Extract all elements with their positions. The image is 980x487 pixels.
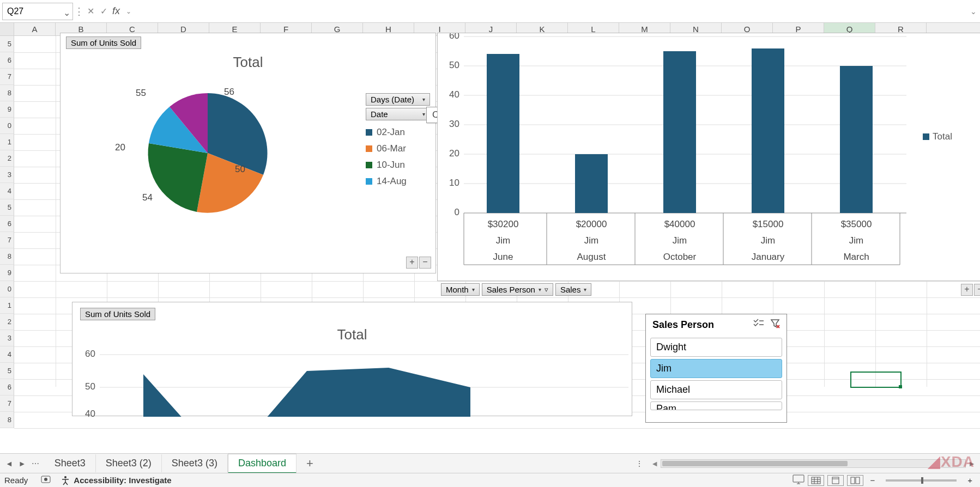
row-header[interactable]: 1 bbox=[0, 134, 14, 150]
next-sheet-icon[interactable]: ► bbox=[19, 459, 26, 468]
row-header[interactable]: 5 bbox=[0, 199, 14, 216]
svg-point-50 bbox=[64, 476, 66, 478]
zoom-out-button[interactable]: − bbox=[867, 476, 878, 485]
row-header[interactable]: 1 bbox=[0, 297, 14, 314]
multiselect-icon[interactable] bbox=[753, 319, 764, 331]
row-header[interactable]: 6 bbox=[0, 216, 14, 232]
slicer-item[interactable]: Pam bbox=[650, 401, 782, 410]
month-filter-button[interactable]: Month▾ bbox=[441, 283, 480, 296]
fill-handle[interactable] bbox=[899, 385, 902, 388]
row-header[interactable]: 2 bbox=[0, 150, 14, 167]
grid-content[interactable]: Sum of Units Sold Total 56 50 54 20 55 D… bbox=[14, 36, 980, 387]
slicer-item[interactable]: Dwight bbox=[650, 338, 782, 357]
cancel-icon[interactable]: ✕ bbox=[84, 5, 97, 18]
row-header[interactable]: 2 bbox=[0, 314, 14, 330]
display-settings-icon[interactable] bbox=[793, 474, 804, 486]
sheet-tab-options-icon[interactable]: ⋮ bbox=[630, 459, 649, 468]
row-header[interactable]: 7 bbox=[0, 69, 14, 85]
selected-cell[interactable] bbox=[850, 372, 902, 388]
row-header[interactable]: 8 bbox=[0, 248, 14, 265]
pivot-pie-chart[interactable]: Sum of Units Sold Total 56 50 54 20 55 D… bbox=[60, 33, 436, 273]
scrollbar-thumb[interactable] bbox=[662, 461, 848, 466]
column-header[interactable]: A bbox=[14, 23, 56, 35]
svg-text:40: 40 bbox=[85, 409, 95, 417]
svg-rect-61 bbox=[851, 477, 855, 484]
collapse-button[interactable]: − bbox=[974, 284, 980, 296]
pivot-bar-chart[interactable]: 60 50 40 30 20 10 0 bbox=[437, 33, 980, 281]
slicer-title: Sales Person bbox=[652, 319, 714, 331]
sales-filter-button[interactable]: Sales▾ bbox=[555, 283, 592, 296]
svg-text:60: 60 bbox=[85, 349, 95, 359]
row-header[interactable]: 3 bbox=[0, 167, 14, 183]
clear-filter-icon[interactable] bbox=[770, 319, 780, 331]
row-header[interactable]: 4 bbox=[0, 346, 14, 363]
row-header[interactable]: 0 bbox=[0, 118, 14, 134]
svg-rect-18 bbox=[840, 66, 873, 213]
zoom-thumb[interactable] bbox=[921, 477, 923, 484]
svg-point-49 bbox=[44, 478, 47, 481]
prev-sheet-icon[interactable]: ◄ bbox=[5, 459, 13, 468]
row-header[interactable]: 6 bbox=[0, 379, 14, 395]
date-filter-button[interactable]: Date▾ bbox=[366, 108, 430, 120]
svg-text:January: January bbox=[752, 252, 785, 262]
row-header[interactable]: 0 bbox=[0, 281, 14, 297]
chevron-down-icon[interactable]: ⌄ bbox=[63, 8, 70, 18]
normal-view-button[interactable] bbox=[808, 475, 824, 486]
confirm-icon[interactable]: ✓ bbox=[97, 5, 110, 18]
select-all-corner[interactable] bbox=[0, 23, 14, 35]
svg-text:50: 50 bbox=[449, 60, 459, 70]
legend-entry: 06-Mar bbox=[366, 143, 430, 154]
slicer-sales-person[interactable]: Sales Person Dwight Jim Michael Pam bbox=[645, 314, 787, 423]
divider: ⋮ bbox=[74, 5, 83, 17]
svg-text:20: 20 bbox=[449, 148, 459, 159]
add-sheet-button[interactable]: + bbox=[297, 456, 323, 471]
svg-text:Jim: Jim bbox=[496, 235, 510, 246]
row-header[interactable]: 7 bbox=[0, 395, 14, 412]
zoom-in-button[interactable]: + bbox=[964, 476, 976, 485]
scroll-left-icon[interactable]: ◄ bbox=[651, 459, 658, 468]
row-header[interactable]: 7 bbox=[0, 232, 14, 248]
area-plot: 60 50 40 bbox=[72, 302, 633, 417]
row-header[interactable]: 6 bbox=[0, 52, 14, 69]
row-header[interactable]: 5 bbox=[0, 363, 14, 379]
accessibility-status[interactable]: Accessibility: Investigate bbox=[61, 476, 171, 485]
days-filter-button[interactable]: Days (Date)▾ bbox=[366, 93, 430, 106]
slicer-item[interactable]: Michael bbox=[650, 380, 782, 399]
pivot-field-button[interactable]: Sum of Units Sold bbox=[66, 36, 141, 49]
sheet-tab[interactable]: Sheet3 bbox=[45, 454, 96, 472]
more-sheets-icon[interactable]: ⋯ bbox=[32, 459, 39, 468]
collapse-button[interactable]: − bbox=[419, 257, 431, 269]
row-header[interactable]: 4 bbox=[0, 183, 14, 199]
row-header[interactable]: 5 bbox=[0, 36, 14, 52]
name-box[interactable]: Q27 ⌄ bbox=[2, 3, 73, 20]
pivot-field-button[interactable]: Sum of Units Sold bbox=[80, 308, 155, 320]
svg-text:$20000: $20000 bbox=[576, 219, 607, 229]
pivot-area-chart[interactable]: Sum of Units Sold Total 60 50 40 bbox=[72, 302, 632, 416]
watermark-logo: ◢XDA bbox=[928, 453, 975, 471]
chevron-down-icon[interactable]: ⌄ bbox=[122, 5, 135, 18]
sheet-tab[interactable]: Sheet3 (2) bbox=[96, 454, 162, 472]
salesperson-filter-button[interactable]: Sales Person▾▿ bbox=[482, 283, 553, 296]
fx-label[interactable]: fx bbox=[112, 5, 120, 17]
zoom-slider[interactable] bbox=[886, 479, 957, 482]
row-headers: 567890123456789012345678 bbox=[0, 36, 14, 428]
page-break-view-button[interactable] bbox=[847, 475, 863, 486]
row-header[interactable]: 9 bbox=[0, 265, 14, 281]
sheet-tab[interactable]: Dashboard bbox=[228, 454, 297, 473]
page-layout-view-button[interactable] bbox=[827, 475, 844, 486]
row-header[interactable]: 8 bbox=[0, 412, 14, 428]
expand-icon[interactable]: ⌄ bbox=[970, 7, 980, 16]
svg-text:$35000: $35000 bbox=[841, 219, 872, 229]
row-header[interactable]: 9 bbox=[0, 101, 14, 118]
horizontal-scrollbar[interactable] bbox=[661, 459, 966, 468]
slicer-item[interactable]: Jim bbox=[650, 359, 782, 378]
chevron-down-icon: ▾ bbox=[422, 96, 425, 102]
row-header[interactable]: 3 bbox=[0, 330, 14, 346]
expand-button[interactable]: + bbox=[406, 257, 418, 269]
svg-text:Jim: Jim bbox=[849, 235, 863, 246]
row-header[interactable]: 8 bbox=[0, 85, 14, 101]
formula-input[interactable] bbox=[135, 3, 970, 20]
expand-button[interactable]: + bbox=[961, 284, 973, 296]
macro-record-icon[interactable] bbox=[41, 474, 51, 486]
sheet-tab[interactable]: Sheet3 (3) bbox=[162, 454, 228, 472]
